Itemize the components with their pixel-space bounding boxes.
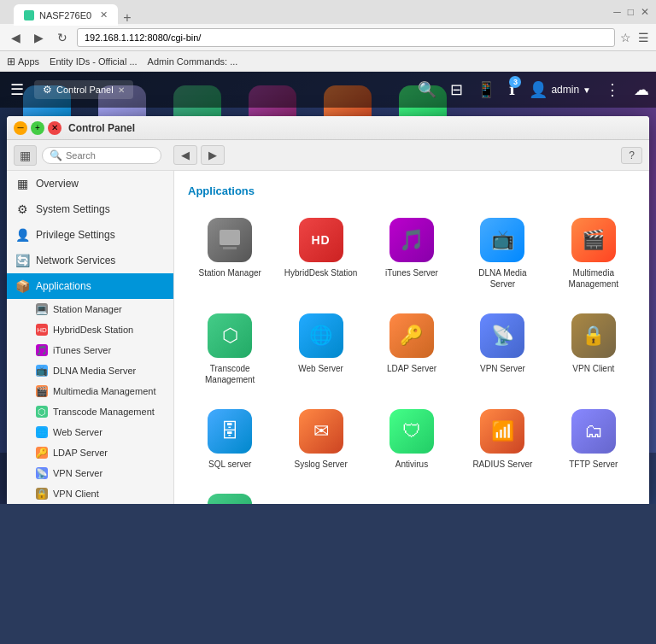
control-panel-tab-label: Control Panel [56,85,114,95]
back-button[interactable]: ◀ [7,29,25,46]
sub-vpn-client[interactable]: 🔒 VPN Client [29,483,173,504]
taskbar-phone-icon[interactable]: 📱 [477,80,495,99]
taskbar-more-icon[interactable]: ⋮ [605,80,620,99]
sub-web-server[interactable]: 🌐 Web Server [29,422,173,442]
cp-minimize-button[interactable]: ─ [14,121,27,135]
app-sql-server[interactable]: 🗄 SQL server [188,401,272,478]
system-settings-icon: ⚙ [15,202,29,216]
sub-ldap-server[interactable]: 🔑 LDAP Server [29,442,173,463]
sidebar-item-applications[interactable]: 📦 Applications [7,273,173,299]
taskbar-cloud-icon[interactable]: ☁ [634,80,649,99]
app-vpn-client-label: VPN Client [572,363,614,374]
cp-sidebar: ▦ Overview ⚙ System Settings 👤 Privilege… [7,171,174,504]
app-radius-server[interactable]: 📶 RADIUS Server [460,401,544,478]
sub-hybriddesk-station[interactable]: HD HybridDesk Station [29,319,173,340]
app-hybriddesk-label: HybridDesk Station [284,267,358,278]
app-web-server[interactable]: 🌐 Web Server [278,305,362,394]
cp-nav-buttons: ◀ ▶ [173,145,225,165]
app-tftp-server[interactable]: 🗂 TFTP Server [552,401,636,478]
taskbar-stack-icon[interactable]: ⊟ [450,80,463,99]
admin-commands-bookmark[interactable]: Admin Commands: ... [148,56,238,67]
cp-main-content: Applications Station Manager HD HybridDe… [174,171,649,504]
app-ldap-icon: 🔑 [390,313,434,358]
app-transcode-management[interactable]: ⬡ Transcode Management [188,305,272,394]
app-ldap-label: LDAP Server [387,363,436,374]
app-itunes-label: iTunes Server [385,267,438,278]
forward-button[interactable]: ▶ [30,29,48,46]
app-antivirus-label: Antivirus [395,459,428,470]
notification-badge: 3 [509,76,521,88]
sub-transcode-management[interactable]: ⬡ Transcode Management [29,401,173,422]
nav-icons: ☆ ☰ [620,31,649,44]
app-antivirus[interactable]: 🛡 Antivirus [370,401,454,478]
app-syslog-label: Syslog Server [294,459,347,470]
app-dlna-media-server[interactable]: 📺 DLNA Media Server [460,209,544,298]
app-itunes-server[interactable]: 🎵 iTunes Server [370,209,454,298]
search-input[interactable] [66,150,151,161]
sub-station-manager[interactable]: 💻 Station Manager [29,299,173,319]
sub-multimedia-icon: 🎬 [36,385,48,397]
control-panel-tab-close[interactable]: ✕ [118,85,125,95]
sub-itunes-server[interactable]: 🎵 iTunes Server [29,340,173,360]
app-dlna-label: DLNA Media Server [466,267,539,290]
app-station-manager-label: Station Manager [199,267,261,278]
tab-close-button[interactable]: ✕ [100,9,108,20]
cp-close-button[interactable]: ✕ [48,121,62,135]
help-button[interactable]: ? [621,147,642,164]
sub-vpn-server[interactable]: 📡 VPN Server [29,463,173,483]
sub-vpn-server-icon: 📡 [36,467,48,479]
control-panel-tab[interactable]: ⚙ Control Panel ✕ [34,80,133,99]
sidebar-sub-items: 💻 Station Manager HD HybridDesk Station … [7,299,173,504]
sub-multimedia-management[interactable]: 🎬 Multimedia Management [29,381,173,401]
cp-maximize-button[interactable]: + [31,121,44,135]
apps-bookmark[interactable]: ⊞ Apps [7,56,39,67]
sidebar-toggle-button[interactable]: ▦ [14,145,37,166]
app-hybriddesk-station[interactable]: HD HybridDesk Station [278,209,362,298]
privilege-settings-icon: 👤 [15,228,29,242]
sub-station-manager-icon: 💻 [36,303,48,315]
close-button[interactable]: ✕ [641,6,649,18]
sub-hybriddesk-icon: HD [36,324,48,336]
cp-forward-button[interactable]: ▶ [201,145,225,165]
taskbar-search-icon[interactable]: 🔍 [418,80,436,99]
app-multimedia-management[interactable]: 🎬 Multimedia Management [552,209,636,298]
app-multimedia-icon: 🎬 [571,218,616,262]
sidebar-item-privilege-settings[interactable]: 👤 Privilege Settings [7,222,173,248]
app-ldap-server[interactable]: 🔑 LDAP Server [370,305,454,394]
sidebar-item-overview[interactable]: ▦ Overview [7,171,173,196]
cp-back-button[interactable]: ◀ [173,145,197,165]
app-station-manager[interactable]: Station Manager [188,209,272,298]
app-syslog-server[interactable]: ✉ Syslog Server [278,401,362,478]
sub-itunes-icon: 🎵 [36,344,48,356]
refresh-button[interactable]: ↻ [53,29,72,46]
apps-bookmark-icon: ⊞ [7,56,15,67]
entity-ids-bookmark[interactable]: Entity IDs - Official ... [50,56,138,67]
taskbar-menu-button[interactable]: ☰ [7,77,27,102]
app-ntp-service[interactable]: 🕐 NTP Service [188,485,272,504]
new-tab-button[interactable]: + [118,10,136,26]
network-services-label: Network Services [36,255,115,266]
cp-toolbar: ▦ 🔍 ◀ ▶ ? [7,140,649,171]
taskbar-notifications[interactable]: ℹ 3 [509,80,515,99]
active-tab[interactable]: NASF276E0 ✕ [14,4,118,26]
app-vpn-client[interactable]: 🔒 VPN Client [552,305,636,394]
app-vpn-server[interactable]: 📡 VPN Server [460,305,544,394]
tab-title: NASF276E0 [39,10,91,20]
app-ntp-icon: 🕐 [208,494,252,504]
sub-dlna-media-server[interactable]: 📺 DLNA Media Server [29,360,173,381]
menu-icon[interactable]: ☰ [638,31,649,44]
svg-rect-2 [220,245,240,247]
cp-window-title: Control Panel [62,122,642,134]
minimize-button[interactable]: ─ [613,6,621,18]
maximize-button[interactable]: □ [628,6,634,18]
user-menu[interactable]: 👤 admin ▼ [529,80,591,99]
address-bar[interactable] [77,28,615,47]
applications-label: Applications [36,280,91,292]
system-settings-label: System Settings [36,203,110,215]
svg-rect-1 [223,247,237,249]
app-multimedia-label: Multimedia Management [557,267,630,290]
sidebar-item-system-settings[interactable]: ⚙ System Settings [7,196,173,222]
sidebar-item-network-services[interactable]: 🔄 Network Services [7,248,173,273]
app-sql-icon: 🗄 [208,409,252,454]
star-icon[interactable]: ☆ [620,31,631,44]
